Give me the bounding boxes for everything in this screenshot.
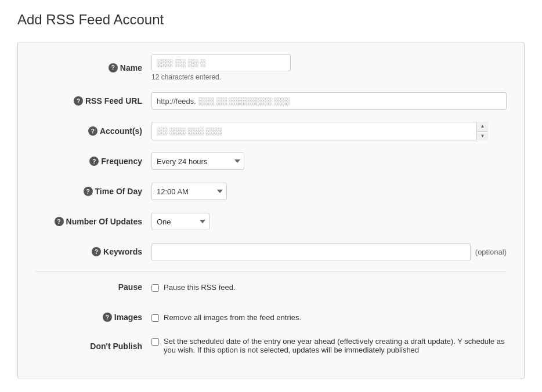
accounts-control-col: ░░ ░░░ ░░░ ░░░ ▲ ▼ (151, 122, 507, 140)
keywords-label-col: ? Keywords (35, 247, 151, 256)
rss-url-input[interactable] (151, 92, 507, 110)
accounts-row: ? Account(s) ░░ ░░░ ░░░ ░░░ ▲ ▼ (35, 121, 507, 141)
accounts-spinner[interactable]: ▲ ▼ (476, 122, 488, 140)
form-container: ? Name 12 characters entered. ? RSS Feed… (17, 42, 525, 379)
divider-1 (35, 271, 507, 272)
pause-label: Pause (118, 282, 142, 292)
keywords-inner-row: (optional) (151, 243, 507, 260)
frequency-label: Frequency (101, 157, 142, 166)
rss-url-help-icon[interactable]: ? (74, 96, 83, 106)
frequency-label-col: ? Frequency (35, 157, 151, 166)
time-of-day-control-col: 12:00 AM 1:00 AM 2:00 AM 6:00 AM 12:00 P… (151, 183, 507, 200)
num-updates-row: ? Number Of Updates One Two Three Four F… (35, 211, 507, 232)
keywords-row: ? Keywords (optional) (35, 241, 507, 262)
accounts-spinner-down[interactable]: ▼ (477, 132, 488, 141)
time-of-day-row: ? Time Of Day 12:00 AM 1:00 AM 2:00 AM 6… (35, 181, 507, 202)
time-of-day-select[interactable]: 12:00 AM 1:00 AM 2:00 AM 6:00 AM 12:00 P… (151, 183, 227, 200)
frequency-row: ? Frequency Every 24 hours Every 12 hour… (35, 151, 507, 172)
name-char-count: 12 characters entered. (151, 73, 507, 81)
pause-row: Pause Pause this RSS feed. (35, 277, 507, 297)
num-updates-help-icon[interactable]: ? (55, 217, 64, 226)
dont-publish-row: Don't Publish Set the scheduled date of … (35, 337, 507, 358)
name-help-icon[interactable]: ? (109, 63, 118, 72)
dont-publish-label: Don't Publish (90, 342, 142, 351)
name-control-col: 12 characters entered. (151, 54, 507, 81)
keywords-label: Keywords (103, 247, 142, 256)
num-updates-control-col: One Two Three Four Five (151, 213, 507, 230)
frequency-select[interactable]: Every 24 hours Every 12 hours Every 6 ho… (151, 153, 244, 170)
dont-publish-label-col: Don't Publish (35, 337, 151, 351)
images-help-icon[interactable]: ? (103, 313, 112, 322)
images-checkbox[interactable] (151, 314, 159, 322)
dont-publish-checkbox[interactable] (151, 338, 159, 346)
frequency-control-col: Every 24 hours Every 12 hours Every 6 ho… (151, 153, 507, 170)
name-label: Name (120, 63, 142, 72)
images-label: Images (114, 313, 142, 322)
dont-publish-checkbox-row: Set the scheduled date of the entry one … (151, 337, 507, 354)
pause-control-col: Pause this RSS feed. (151, 283, 507, 292)
name-row: ? Name 12 characters entered. (35, 54, 507, 81)
name-label-col: ? Name (35, 63, 151, 72)
accounts-select[interactable]: ░░ ░░░ ░░░ ░░░ (151, 122, 488, 140)
num-updates-label: Number Of Updates (66, 216, 142, 227)
frequency-help-icon[interactable]: ? (89, 157, 99, 166)
dont-publish-control-col: Set the scheduled date of the entry one … (151, 337, 507, 354)
rss-url-row: ? RSS Feed URL (35, 90, 507, 111)
dont-publish-description: Set the scheduled date of the entry one … (164, 337, 507, 354)
num-updates-label-col: ? Number Of Updates (35, 216, 151, 227)
pause-checkbox[interactable] (151, 284, 159, 292)
images-checkbox-row: Remove all images from the feed entries. (151, 313, 507, 322)
accounts-select-wrapper: ░░ ░░░ ░░░ ░░░ ▲ ▼ (151, 122, 488, 140)
keywords-control-col: (optional) (151, 243, 507, 260)
pause-label-col: Pause (35, 282, 151, 292)
accounts-spinner-up[interactable]: ▲ (477, 122, 488, 132)
rss-url-label: RSS Feed URL (85, 96, 142, 106)
time-of-day-label: Time Of Day (95, 187, 142, 196)
keywords-help-icon[interactable]: ? (92, 247, 101, 256)
keywords-input[interactable] (151, 243, 471, 260)
accounts-label-col: ? Account(s) (35, 126, 151, 136)
rss-url-label-col: ? RSS Feed URL (35, 96, 151, 106)
pause-checkbox-row: Pause this RSS feed. (151, 283, 507, 292)
accounts-help-icon[interactable]: ? (88, 126, 97, 136)
images-row: ? Images Remove all images from the feed… (35, 307, 507, 328)
time-of-day-label-col: ? Time Of Day (35, 187, 151, 196)
num-updates-select[interactable]: One Two Three Four Five (151, 213, 209, 230)
page-title: Add RSS Feed Account (17, 12, 525, 28)
images-label-col: ? Images (35, 313, 151, 322)
pause-description: Pause this RSS feed. (164, 283, 236, 292)
images-description: Remove all images from the feed entries. (164, 313, 301, 322)
images-control-col: Remove all images from the feed entries. (151, 313, 507, 322)
rss-url-control-col (151, 92, 507, 110)
keywords-optional: (optional) (475, 248, 507, 256)
accounts-label: Account(s) (100, 126, 142, 136)
name-input[interactable] (151, 54, 291, 71)
time-of-day-help-icon[interactable]: ? (84, 187, 93, 196)
